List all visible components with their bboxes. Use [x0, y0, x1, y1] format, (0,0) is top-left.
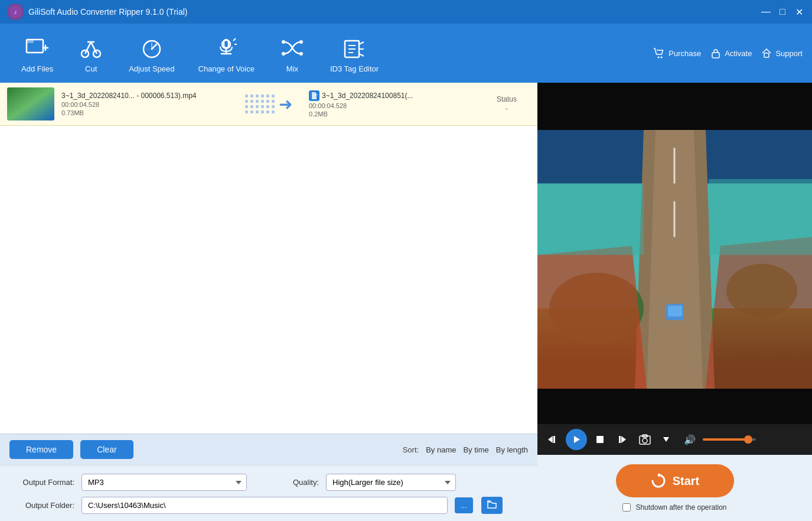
table-row[interactable]: 3~1_3d_2022082410... - 000006.513).mp4 0… — [0, 83, 537, 126]
quality-select[interactable]: High(Larger file size) — [326, 474, 456, 491]
toolbar-adjust-speed[interactable]: Adjust Speed — [117, 29, 186, 78]
left-panel: 3~1_3d_2022082410... - 000006.513).mp4 0… — [0, 83, 537, 521]
output-format-select[interactable]: MP3 — [81, 474, 247, 491]
output-file-info: 3~1_3d_20220824100851(... 00:00:04.528 0… — [309, 90, 476, 118]
volume-knob[interactable] — [744, 435, 752, 444]
change-of-voice-label: Change of Voice — [198, 64, 255, 73]
sort-by-name-button[interactable]: By name — [426, 445, 456, 454]
minimize-button[interactable]: — — [760, 6, 772, 18]
svg-marker-54 — [621, 436, 626, 443]
svg-rect-35 — [764, 53, 769, 57]
window-controls: — □ ✕ — [760, 6, 805, 18]
maximize-button[interactable]: □ — [777, 6, 788, 18]
source-size: 0.73MB — [61, 109, 229, 116]
svg-point-23 — [282, 40, 285, 44]
shutdown-label: Shutdown after the operation — [635, 503, 726, 512]
player-play-button[interactable] — [566, 429, 587, 450]
status-label: Status — [483, 95, 530, 103]
titlebar: ♪ GiliSoft Audio Converter Ripper 9.1.0 … — [0, 0, 812, 24]
toolbar-cut[interactable]: Cut — [65, 29, 117, 78]
start-section: Start Shutdown after the operation — [537, 455, 812, 521]
player-skip-back-button[interactable] — [544, 431, 561, 448]
app-logo: ♪ — [7, 4, 24, 20]
screenshot-dropdown-button[interactable] — [658, 431, 674, 448]
player-skip-forward-button[interactable] — [613, 431, 630, 448]
svg-marker-52 — [574, 436, 580, 443]
shutdown-checkbox[interactable] — [622, 503, 631, 512]
file-list: 3~1_3d_2022082410... - 000006.513).mp4 0… — [0, 83, 537, 434]
svg-point-57 — [643, 438, 647, 443]
home-icon — [761, 48, 772, 58]
svg-marker-44 — [537, 246, 647, 389]
player-controls: 🔊 — [537, 424, 812, 455]
purchase-button[interactable]: Purchase — [653, 47, 701, 59]
output-folder-label: Output Folder: — [9, 501, 74, 510]
support-button[interactable]: Support — [761, 48, 803, 58]
sort-by-length-button[interactable]: By length — [496, 445, 528, 454]
start-label: Start — [673, 474, 700, 488]
right-arrow-icon: ➜ — [279, 95, 292, 114]
svg-point-24 — [282, 52, 285, 56]
toolbar-change-of-voice[interactable]: Change of Voice — [187, 29, 266, 78]
volume-bar[interactable] — [703, 438, 756, 441]
output-size: 0.2MB — [309, 110, 476, 118]
clear-button[interactable]: Clear — [80, 440, 133, 459]
toolbar-add-files[interactable]: Add Files — [9, 29, 65, 78]
browse-folder-button[interactable]: ... — [455, 497, 473, 513]
preview-bottom-black — [537, 389, 812, 424]
sort-area: Sort: By name By time By length — [403, 445, 528, 454]
preview-video-frame — [537, 130, 812, 389]
svg-rect-49 — [709, 179, 812, 255]
output-filename: 3~1_3d_20220824100851(... — [322, 92, 413, 100]
svg-marker-59 — [663, 437, 669, 442]
svg-point-32 — [658, 57, 660, 58]
player-stop-button[interactable] — [592, 431, 608, 448]
toolbar-mix[interactable]: Mix — [266, 29, 318, 78]
svg-marker-45 — [706, 237, 812, 389]
svg-rect-55 — [619, 436, 621, 443]
dots-pattern — [245, 95, 275, 114]
svg-line-19 — [233, 38, 236, 41]
format-row: Output Format: MP3 Quality: High(Larger … — [9, 474, 528, 491]
status-column: Status - — [483, 95, 530, 113]
shutdown-row: Shutdown after the operation — [622, 503, 726, 512]
svg-rect-47 — [668, 306, 682, 317]
output-filename-row: 3~1_3d_20220824100851(... — [309, 90, 476, 101]
start-refresh-icon — [650, 473, 667, 489]
adjust-speed-icon — [138, 34, 166, 62]
open-folder-button[interactable] — [481, 497, 503, 514]
player-screenshot-button[interactable] — [637, 431, 653, 448]
toolbar-id3-tag-editor[interactable]: ID3 Tag Editor — [318, 29, 390, 78]
mix-label: Mix — [286, 64, 298, 73]
activate-button[interactable]: Activate — [710, 48, 752, 58]
status-value: - — [483, 105, 530, 113]
volume-icon: 🔊 — [684, 434, 696, 445]
cut-label: Cut — [85, 64, 97, 73]
start-button[interactable]: Start — [616, 464, 734, 497]
preview-area — [537, 83, 812, 424]
remove-button[interactable]: Remove — [9, 440, 73, 459]
output-file-icon — [309, 90, 319, 101]
lock-icon — [710, 48, 721, 58]
folder-row: Output Folder: ... — [9, 497, 528, 514]
sort-label: Sort: — [403, 445, 419, 454]
output-duration: 00:00:04.528 — [309, 102, 476, 109]
add-files-icon — [23, 34, 51, 62]
toolbar-right: Purchase Activate Support — [653, 47, 803, 59]
source-duration: 00:00:04.528 — [61, 101, 229, 108]
output-folder-input[interactable] — [81, 497, 448, 514]
open-folder-icon — [487, 500, 497, 509]
toolbar: Add Files Cut Adjust Speed — [0, 24, 812, 83]
convert-arrow: ➜ — [236, 95, 302, 114]
quality-label: Quality: — [254, 478, 319, 487]
purchase-label: Purchase — [668, 49, 701, 58]
close-button[interactable]: ✕ — [793, 6, 805, 18]
svg-rect-34 — [712, 53, 719, 58]
support-label: Support — [775, 49, 803, 58]
sort-by-time-button[interactable]: By time — [463, 445, 488, 454]
adjust-speed-label: Adjust Speed — [129, 64, 174, 73]
add-files-label: Add Files — [21, 64, 53, 73]
file-thumbnail — [7, 87, 54, 121]
svg-rect-48 — [537, 184, 644, 255]
svg-rect-3 — [27, 40, 34, 43]
